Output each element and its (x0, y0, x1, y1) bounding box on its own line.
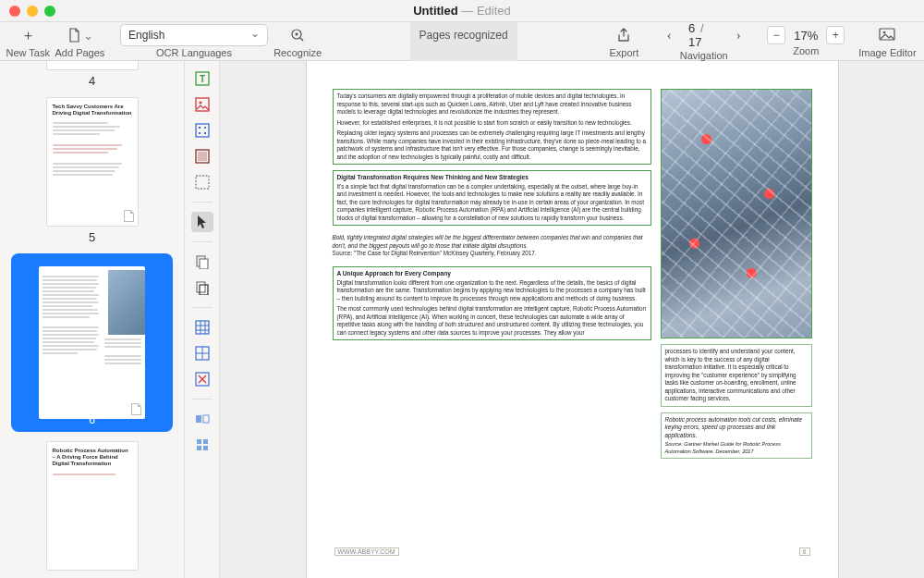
thumbnail-page-5-number: 5 (89, 230, 95, 244)
plus-icon: ＋ (21, 29, 35, 43)
cell-type-tool-2[interactable] (191, 435, 213, 455)
background-picture-zone-tool[interactable] (191, 146, 213, 166)
recognize-button[interactable] (282, 24, 313, 46)
text-zone[interactable]: Today's consumers are digitally empowere… (333, 89, 651, 165)
picture-zone-tool[interactable] (191, 94, 213, 115)
titlebar: Untitled — Edited (0, 0, 924, 22)
cell-icon-2 (195, 437, 210, 452)
table-delete-icon (195, 372, 210, 387)
ocr-language-select[interactable]: English (120, 24, 268, 46)
minimize-window-button[interactable] (27, 6, 38, 17)
zone-source: Source: Gartner Market Guide for Robotic… (665, 441, 808, 455)
chevron-left-icon: ‹ (667, 29, 672, 43)
window-controls (9, 6, 55, 17)
zone-source: Source: "The Case for Digital Reinventio… (333, 250, 651, 258)
nav-total-pages: 17 (688, 35, 701, 49)
zone-text: Today's consumers are digitally empowere… (337, 92, 647, 117)
text-zone[interactable]: Robotic process automation tools cut cos… (661, 412, 812, 460)
zoom-in-button[interactable]: + (826, 26, 845, 44)
svg-text:T: T (199, 74, 204, 84)
window-title: Untitled — Edited (0, 4, 924, 18)
thumbnail-page-5[interactable]: Tech Savvy Customers Are Driving Digital… (46, 97, 139, 244)
order-icon-2 (195, 280, 210, 295)
svg-rect-25 (197, 439, 201, 444)
thumbnail-page-4[interactable]: 4 (46, 61, 139, 88)
order-icon (195, 254, 210, 269)
export-button[interactable] (608, 24, 639, 46)
delete-zone-tool[interactable] (191, 172, 213, 192)
svg-point-3 (883, 31, 886, 34)
svg-rect-23 (196, 415, 201, 423)
order-zones-tool-2[interactable] (191, 277, 213, 298)
page-thumbnails-panel[interactable]: 4 Tech Savvy Customers Are Driving Digit… (0, 61, 185, 578)
status-value: Pages recognized (419, 29, 508, 42)
page-view[interactable]: Today's consumers are digitally empowere… (307, 61, 838, 578)
page-type-icon (124, 210, 134, 222)
text-zone[interactable]: A Unique Approach for Every Company Digi… (333, 266, 651, 340)
add-pages-label: Add Pages (55, 47, 105, 58)
picture-zone[interactable] (661, 89, 812, 338)
chevron-right-icon: › (736, 29, 741, 43)
toolbar: ＋ New Task ⌄ Add Pages English OCR Langu… (0, 22, 924, 61)
pointer-tool[interactable] (191, 212, 213, 232)
zone-text: The most commonly used technologies behi… (337, 305, 647, 337)
text-zone-tool[interactable]: T (191, 68, 213, 89)
zone-heading: A Unique Approach for Every Company (337, 270, 647, 278)
svg-rect-24 (203, 415, 209, 423)
picture-zone-icon (195, 97, 210, 112)
table-add-tool[interactable] (191, 317, 213, 338)
zone-text: It's a simple fact that digital transfor… (337, 183, 647, 223)
table-icon (195, 320, 210, 335)
nav-prev-button[interactable]: ‹ (659, 25, 679, 45)
minus-icon: − (773, 29, 780, 42)
table-delete-tool[interactable] (191, 369, 213, 389)
text-zone[interactable]: Digital Transformation Requires New Thin… (333, 170, 651, 226)
zone-heading: Digital Transformation Requires New Thin… (337, 174, 647, 182)
zoom-window-button[interactable] (44, 6, 55, 17)
barcode-zone-icon (195, 123, 210, 138)
thumbnail-page-7[interactable]: Robotic Process Automation – A Driving F… (46, 441, 139, 571)
thumbnail-page-7-title: Robotic Process Automation – A Driving F… (53, 448, 132, 468)
nav-next-button[interactable]: › (728, 25, 748, 45)
zoom-value[interactable]: 17% (789, 29, 822, 43)
svg-rect-6 (196, 98, 209, 111)
svg-rect-9 (199, 127, 201, 129)
svg-rect-17 (200, 259, 208, 269)
svg-rect-28 (203, 446, 208, 450)
svg-rect-8 (196, 124, 209, 137)
ocr-languages-label: OCR Languages (156, 47, 232, 58)
svg-point-7 (199, 102, 201, 105)
footer-url-zone[interactable]: WWW.ABBYY.COM (334, 547, 399, 556)
delete-zone-icon (195, 175, 210, 190)
barcode-zone-tool[interactable] (191, 120, 213, 141)
recognize-label: Recognize (274, 47, 322, 58)
zone-quote: Bold, tightly integrated digital strateg… (333, 234, 651, 250)
cell-type-tool-1[interactable] (191, 409, 213, 429)
zoom-out-button[interactable]: − (767, 26, 785, 44)
share-icon (616, 28, 631, 43)
text-zone[interactable]: processes to identify and understand you… (661, 344, 812, 407)
thumbnail-page-4-number: 4 (89, 74, 95, 88)
svg-rect-12 (204, 132, 206, 134)
text-zone[interactable]: Bold, tightly integrated digital strateg… (333, 231, 651, 261)
table-edit-tool[interactable] (191, 343, 213, 363)
export-label: Export (610, 47, 639, 58)
nav-separator: / (699, 21, 706, 35)
zone-text: Digital transformation looks different f… (337, 279, 647, 303)
zoom-label: Zoom (793, 45, 819, 56)
new-task-button[interactable]: ＋ (12, 24, 43, 46)
document-icon (67, 28, 81, 43)
zone-text: Replacing older legacy systems and proce… (337, 129, 647, 161)
background-picture-icon (195, 149, 210, 164)
add-pages-button[interactable]: ⌄ (61, 24, 99, 46)
close-window-button[interactable] (9, 6, 20, 17)
image-editor-button[interactable] (871, 24, 903, 46)
new-task-label: New Task (6, 47, 49, 58)
text-zone-icon: T (195, 71, 210, 86)
order-zones-tool-1[interactable] (191, 252, 213, 272)
image-editor-label: Image Editor (858, 47, 916, 58)
svg-rect-14 (198, 152, 207, 161)
footer-page-number-zone[interactable]: 6 (799, 547, 810, 556)
page-canvas[interactable]: Today's consumers are digitally empowere… (220, 61, 924, 578)
thumbnail-page-6-selected[interactable]: 6 (11, 253, 173, 432)
